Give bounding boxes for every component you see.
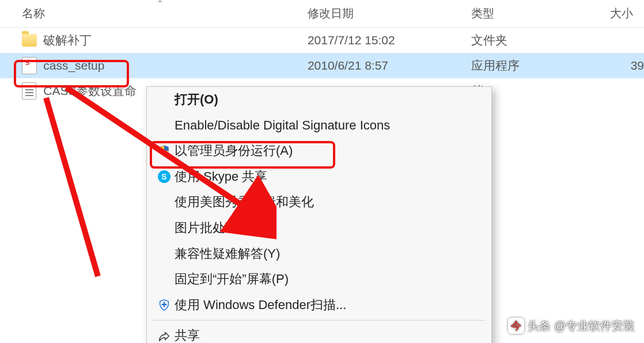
menu-compat-troubleshoot[interactable]: 兼容性疑难解答(Y): [147, 241, 491, 267]
menu-signature-icons[interactable]: Enable/Disable Digital Signature Icons: [147, 113, 491, 139]
svg-rect-1: [161, 304, 166, 305]
file-row[interactable]: 破解补丁 2017/7/12 15:02 文件夹: [0, 28, 644, 53]
context-menu: 打开(O) Enable/Disable Digital Signature I…: [146, 86, 492, 343]
menu-share[interactable]: 共享: [147, 323, 491, 343]
menu-batch-image[interactable]: 图片批处理: [147, 215, 491, 241]
svg-line-3: [46, 98, 98, 276]
menu-run-as-admin[interactable]: 以管理员身份运行(A): [147, 138, 491, 164]
folder-icon: [22, 34, 37, 47]
column-headers: ⌃ 名称 修改日期 类型 大小: [0, 0, 644, 28]
exe-icon: [22, 57, 37, 74]
defender-icon: [154, 299, 175, 311]
menu-open[interactable]: 打开(O): [147, 87, 491, 113]
watermark-icon: 今: [508, 318, 524, 334]
col-header-name[interactable]: 名称: [22, 6, 308, 21]
col-header-size[interactable]: 大小: [610, 6, 644, 21]
menu-meitu-edit[interactable]: 使用美图秀秀编辑和美化: [147, 189, 491, 215]
file-name: cass_setup: [43, 59, 308, 73]
file-modified: 2010/6/21 8:57: [308, 59, 471, 73]
menu-skype-share[interactable]: S 使用 Skype 共享: [147, 164, 491, 190]
sort-caret-icon: ⌃: [157, 0, 164, 8]
skype-icon: S: [154, 170, 175, 183]
file-type: 档: [471, 83, 610, 99]
watermark-text: 头条 @专业软件安装: [528, 318, 635, 334]
menu-pin-to-start[interactable]: 固定到“开始”屏幕(P): [147, 266, 491, 292]
text-file-icon: [22, 82, 36, 100]
file-modified: 2017/7/12 15:02: [308, 33, 471, 47]
file-type: 文件夹: [471, 32, 610, 48]
col-header-modified[interactable]: 修改日期: [308, 6, 471, 21]
file-name: 破解补丁: [43, 32, 308, 48]
menu-defender-scan[interactable]: 使用 Windows Defender扫描...: [147, 292, 491, 318]
menu-separator: [153, 320, 486, 321]
file-size: 39: [610, 59, 644, 73]
file-row[interactable]: cass_setup 2010/6/21 8:57 应用程序 39: [0, 53, 644, 78]
shield-icon: [154, 144, 175, 157]
file-type: 应用程序: [471, 58, 610, 74]
share-icon: [154, 330, 175, 342]
watermark: 今 头条 @专业软件安装: [508, 318, 635, 334]
col-header-type[interactable]: 类型: [471, 6, 610, 21]
